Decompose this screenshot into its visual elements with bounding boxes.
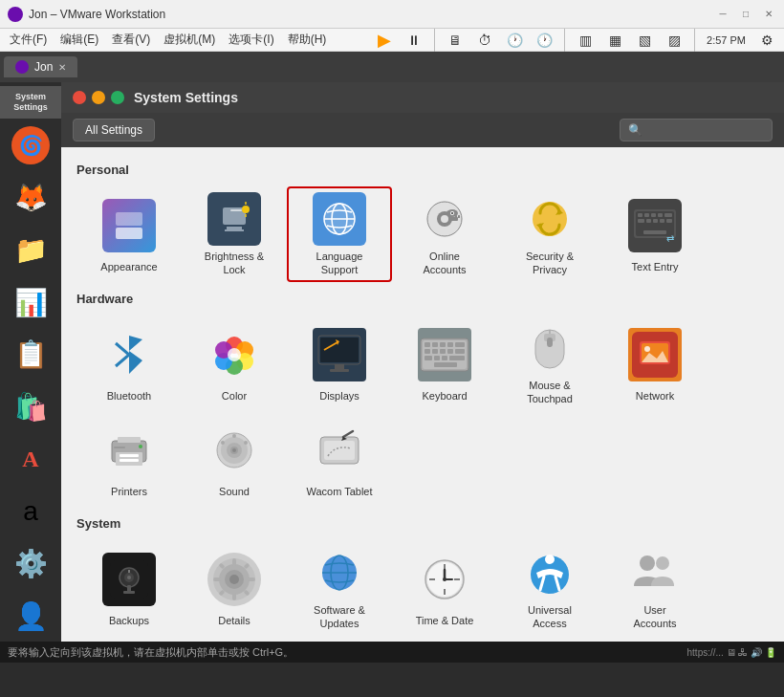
setting-text-entry[interactable]: ⇄ Text Entry <box>602 186 708 282</box>
svg-rect-62 <box>440 349 446 354</box>
sidebar-icon-docs[interactable]: 📋 <box>5 330 56 381</box>
setting-security[interactable]: Security &Privacy <box>497 186 602 282</box>
search-input[interactable] <box>646 123 771 137</box>
tab-close[interactable]: ✕ <box>58 62 66 73</box>
menu-view[interactable]: 查看(V) <box>106 30 156 50</box>
svg-line-96 <box>343 431 353 437</box>
setting-timedate[interactable]: Time & Date <box>392 540 497 636</box>
svg-rect-81 <box>118 437 141 443</box>
menu-help[interactable]: 帮助(H) <box>282 30 333 50</box>
toolbar-view4[interactable]: ▨ <box>661 27 687 54</box>
setting-details[interactable]: Details <box>182 540 287 636</box>
firefox-icon: 🦊 <box>14 182 48 213</box>
svg-rect-1 <box>116 212 142 226</box>
appearance-icon-area <box>98 195 160 256</box>
brightness-label: Brightness &Lock <box>205 250 264 277</box>
wacom-label: Wacom Tablet <box>306 485 372 498</box>
sidebar-icon-files[interactable]: 📁 <box>5 225 56 275</box>
sidebar-icon-ubuntu[interactable]: 🌀 <box>5 120 56 171</box>
settings-window-header: System Settings <box>61 82 784 113</box>
sidebar-icon-firefox[interactable]: 🦊 Firefox Web Browser <box>5 172 56 223</box>
sidebar-icon-settings2[interactable]: ⚙️ <box>5 538 56 589</box>
details-icon <box>207 553 261 606</box>
setting-printers[interactable]: Printers <box>76 411 182 507</box>
window-minimize-btn[interactable] <box>92 91 105 104</box>
setting-wacom[interactable]: Wacom Tablet <box>287 411 392 507</box>
svg-rect-61 <box>432 349 438 354</box>
maximize-button[interactable]: □ <box>738 7 753 22</box>
window-close-btn[interactable] <box>73 91 86 104</box>
menu-vm[interactable]: 虚拟机(M) <box>158 30 221 50</box>
setting-bluetooth[interactable]: Bluetooth <box>76 316 182 411</box>
toolbar-view1[interactable]: ▥ <box>572 27 599 54</box>
printers-label: Printers <box>111 485 147 498</box>
menu-edit[interactable]: 编辑(E) <box>54 30 104 50</box>
language-label: LanguageSupport <box>316 250 363 277</box>
sidebar-icon-appstore[interactable]: A <box>5 434 56 485</box>
main-layout: SystemSettings 🌀 🦊 Firefox Web Browser 📁… <box>0 82 784 642</box>
svg-rect-28 <box>638 213 642 217</box>
toolbar-capture[interactable]: 🖥 <box>442 27 468 54</box>
setting-software-updates[interactable]: Software &Updates <box>287 540 392 636</box>
svg-rect-29 <box>644 213 649 217</box>
sidebar-icon-shopping[interactable]: 🛍️ <box>5 381 56 432</box>
sidebar-icon-amazon[interactable]: a <box>5 487 56 537</box>
setting-displays[interactable]: Displays <box>287 316 392 411</box>
universal-access-icon-area <box>519 546 580 599</box>
amazon-icon: a <box>23 496 38 527</box>
toolbar-view3[interactable]: ▧ <box>631 27 658 54</box>
vmware-title: Jon – VMware Workstation <box>29 8 715 21</box>
toolbar-play[interactable]: ▶ <box>371 27 398 54</box>
svg-point-108 <box>229 575 239 584</box>
toolbar-separator-1 <box>434 29 435 52</box>
svg-point-23 <box>533 202 567 236</box>
sound-icon <box>207 424 261 477</box>
window-maximize-btn[interactable] <box>111 91 124 104</box>
software-updates-icon <box>313 546 366 599</box>
tab-bar: Jon ✕ <box>0 52 784 82</box>
displays-label: Displays <box>319 389 359 403</box>
svg-rect-73 <box>547 338 553 347</box>
setting-appearance[interactable]: Appearance <box>76 186 182 282</box>
close-button[interactable]: ✕ <box>761 7 776 22</box>
menu-file[interactable]: 文件(F) <box>4 30 53 50</box>
all-settings-button[interactable]: All Settings <box>73 119 155 142</box>
displays-icon-area <box>309 324 370 385</box>
sidebar-icon-calc[interactable]: 📊 <box>5 277 56 328</box>
svg-point-84 <box>139 445 142 448</box>
setting-network[interactable]: Network <box>602 316 708 411</box>
svg-rect-37 <box>666 219 672 223</box>
setting-color[interactable]: Color <box>182 316 287 411</box>
setting-sound[interactable]: Sound <box>182 411 287 507</box>
security-icon <box>523 192 577 246</box>
search-box[interactable]: 🔍 <box>620 119 773 142</box>
minimize-button[interactable]: ─ <box>715 7 730 22</box>
toolbar-clock1[interactable]: ⏱ <box>471 27 498 54</box>
toolbar-clock2[interactable]: 🕐 <box>501 27 528 54</box>
setting-mouse[interactable]: Mouse &Touchpad <box>497 316 602 411</box>
keyboard-label: Keyboard <box>422 389 467 403</box>
sidebar-icon-user[interactable]: 👤 <box>5 591 56 642</box>
status-right: https://... 🖥 🖧 🔊 🔋 <box>687 647 776 658</box>
toolbar-pause[interactable]: ⏸ <box>401 27 427 54</box>
svg-rect-85 <box>114 447 125 448</box>
toolbar-view2[interactable]: ▦ <box>601 27 628 54</box>
setting-online-accounts[interactable]: OnlineAccounts <box>392 186 497 282</box>
menu-tab[interactable]: 选项卡(I) <box>223 30 279 50</box>
setting-keyboard[interactable]: Keyboard <box>392 316 497 411</box>
text-entry-icon: ⇄ <box>628 199 682 252</box>
tab-jon[interactable]: Jon ✕ <box>4 56 77 77</box>
language-icon-area <box>309 192 370 246</box>
sidebar-settings-label: SystemSettings <box>0 86 61 119</box>
setting-language[interactable]: LanguageSupport <box>287 186 392 282</box>
toolbar-clock3[interactable]: 🕐 <box>531 27 557 54</box>
setting-backups[interactable]: Backups <box>76 540 182 636</box>
toolbar-settings[interactable]: ⚙ <box>753 27 780 54</box>
text-entry-label: Text Entry <box>632 260 679 273</box>
svg-rect-112 <box>248 577 255 581</box>
setting-user-accounts[interactable]: UserAccounts <box>602 540 708 636</box>
user-icon: 👤 <box>14 600 48 632</box>
setting-brightness[interactable]: Brightness &Lock <box>182 186 287 282</box>
setting-universal-access[interactable]: UniversalAccess <box>497 540 602 636</box>
svg-rect-50 <box>330 369 349 372</box>
